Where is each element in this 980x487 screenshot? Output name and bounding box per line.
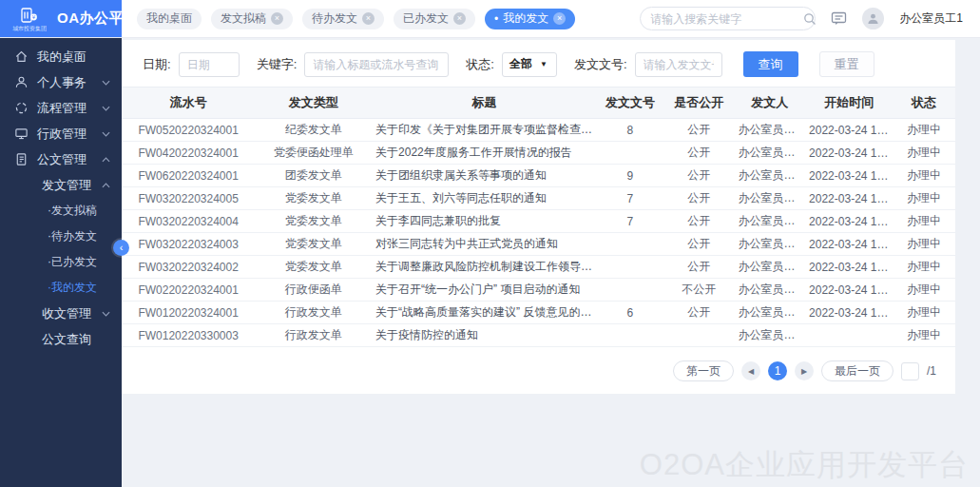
cell-sender: 办公室员工1 <box>735 142 806 165</box>
close-icon[interactable]: × <box>362 12 375 25</box>
sidebar-item-todo-dispatch[interactable]: ·待办发文 <box>0 224 122 249</box>
current-user-name[interactable]: 办公室员工1 <box>899 10 963 27</box>
cell-docno <box>597 324 663 347</box>
status-select[interactable]: 全部 ▼ <box>502 52 557 77</box>
col-header-status: 状态 <box>893 88 955 119</box>
cell-sender: 办公室员工1 <box>735 119 806 142</box>
table-row[interactable]: FW0520220324001 纪委发文单 关于印发《关于对集团开展专项监督检查… <box>122 119 955 142</box>
sidebar-item-my-dispatch-active[interactable]: ·我的发文 <box>0 275 122 301</box>
cell-title: 关于“战略高质量落实的建议” 反馈意见的报告 <box>372 302 597 324</box>
tab-label: 我的发文 <box>503 10 548 27</box>
app-title: OA办公平台 <box>57 10 139 28</box>
date-input[interactable] <box>179 52 240 77</box>
pagination: 第一页 ◀ 1 ▶ 最后一页 /1 <box>122 347 955 381</box>
table-row[interactable]: FW0320220324002 党委发文单 关于调整廉政风险防控机制建设工作领导… <box>122 256 955 279</box>
sidebar-item-admin-mgmt[interactable]: 行政管理 <box>0 121 122 146</box>
cell-public: 公开 <box>663 302 735 324</box>
search-icon[interactable] <box>803 12 817 26</box>
tab-my-desktop[interactable]: 我的桌面 <box>137 9 202 29</box>
message-icon[interactable] <box>831 11 847 26</box>
cell-status: 办理中 <box>893 279 955 302</box>
sidebar-item-document-mgmt[interactable]: 公文管理 <box>0 146 122 172</box>
cell-title: 关于王五、刘六等同志任职的通知 <box>372 187 597 210</box>
tab-label: 已办发文 <box>403 10 449 27</box>
tab-draft-dispatch[interactable]: 发文拟稿 × <box>211 9 293 29</box>
sidebar-item-my-desktop[interactable]: 我的桌面 <box>0 44 122 69</box>
sidebar-item-label: 流程管理 <box>37 100 86 117</box>
table-row[interactable]: FW0320220324005 党委发文单 关于王五、刘六等同志任职的通知 7 … <box>122 187 955 210</box>
cell-sender: 办公室员工1 <box>735 187 806 210</box>
cell-serial: FW0120220330003 <box>122 324 255 347</box>
table-row[interactable]: FW0220220324001 行政便函单 关于召开“统一办公门户” 项目启动的… <box>122 279 955 302</box>
cell-title: 关于李四同志兼职的批复 <box>372 210 597 233</box>
home-icon <box>14 49 29 64</box>
cell-time <box>805 324 893 347</box>
keyword-input[interactable] <box>304 52 449 77</box>
chevron-down-icon <box>102 311 110 317</box>
cell-title: 关于2022年度服务工作开展情况的报告 <box>372 142 597 165</box>
page-number-input[interactable] <box>901 362 919 380</box>
current-page-badge[interactable]: 1 <box>768 361 787 380</box>
cell-type: 党委发文单 <box>255 210 372 233</box>
prev-page-icon[interactable]: ◀ <box>741 361 760 380</box>
query-button[interactable]: 查询 <box>743 51 798 77</box>
cell-title: 关于调整廉政风险防控机制建设工作领导小组的通知 <box>372 256 597 279</box>
table-row[interactable]: FW0320220324003 党委发文单 对张三同志转为中共正式党员的通知 公… <box>122 233 955 256</box>
cell-sender: 办公室员工1 <box>735 210 806 233</box>
cell-serial: FW0620220324001 <box>122 165 255 187</box>
sidebar-item-draft-dispatch[interactable]: ·发文拟稿 <box>0 198 122 224</box>
cell-serial: FW0120220324001 <box>122 302 255 324</box>
sidebar-item-document-search[interactable]: 公文查询 <box>0 326 122 352</box>
chevron-up-icon <box>102 183 110 188</box>
cell-type: 行政发文单 <box>255 324 372 347</box>
close-icon[interactable]: × <box>553 12 566 25</box>
sidebar-item-dispatch-mgmt[interactable]: 发文管理 <box>0 172 122 198</box>
reset-button[interactable]: 重置 <box>819 51 874 77</box>
next-page-icon[interactable]: ▶ <box>795 361 814 380</box>
cell-status: 办理中 <box>893 302 955 324</box>
tab-my-dispatch-active[interactable]: • 我的发文 × <box>485 9 575 29</box>
docno-input[interactable] <box>635 52 722 77</box>
cell-status: 办理中 <box>893 165 955 187</box>
table-row[interactable]: FW0320220324004 党委发文单 关于李四同志兼职的批复 7 公开 办… <box>122 210 955 233</box>
cell-docno: 8 <box>597 119 663 142</box>
cell-time: 2022-03-24 15:31 <box>805 165 893 187</box>
user-avatar[interactable] <box>862 8 884 29</box>
close-icon[interactable]: × <box>271 12 283 25</box>
table-row[interactable]: FW0620220324001 团委发文单 关于团组织隶属关系等事项的通知 9 … <box>122 165 955 187</box>
cell-serial: FW0320220324005 <box>122 187 255 210</box>
global-search <box>640 7 816 30</box>
cell-type: 党委便函处理单 <box>255 142 372 165</box>
table-row[interactable]: FW0420220324001 党委便函处理单 关于2022年度服务工作开展情况… <box>122 142 955 165</box>
cell-public: 公开 <box>663 142 735 165</box>
cell-public: 公开 <box>663 233 735 256</box>
sidebar-item-receive-mgmt[interactable]: 收文管理 <box>0 301 122 326</box>
sidebar-item-label: 公文查询 <box>42 331 91 348</box>
cell-type: 党委发文单 <box>255 187 372 210</box>
sidebar-item-done-dispatch[interactable]: ·已办发文 <box>0 249 122 275</box>
tab-todo-dispatch[interactable]: 待办发文 × <box>302 9 384 29</box>
active-dot: • <box>494 13 498 25</box>
cell-serial: FW0320220324003 <box>122 233 255 256</box>
tab-done-dispatch[interactable]: 已办发文 × <box>394 9 475 29</box>
brand-logo[interactable]: ¥ 城市投资集团 OA办公平台 <box>0 0 122 37</box>
last-page-button[interactable]: 最后一页 <box>821 360 894 381</box>
sidebar-item-label: 发文管理 <box>42 177 91 194</box>
chevron-down-icon <box>102 131 110 137</box>
cell-sender: 办公室员工1 <box>735 256 806 279</box>
search-input[interactable] <box>650 12 797 26</box>
table-row[interactable]: FW0120220324001 行政发文单 关于“战略高质量落实的建议” 反馈意… <box>122 302 955 324</box>
keyword-label: 关键字: <box>257 56 298 73</box>
sidebar-item-personal-affairs[interactable]: 个人事务 <box>0 69 122 95</box>
sidebar-collapse-button[interactable]: ‹ <box>113 240 129 256</box>
process-icon <box>14 101 29 115</box>
first-page-button[interactable]: 第一页 <box>673 360 734 381</box>
cell-type: 纪委发文单 <box>255 119 372 142</box>
sidebar-item-label: ·待办发文 <box>48 228 97 244</box>
cell-public: 公开 <box>663 187 735 210</box>
sidebar-item-process-mgmt[interactable]: 流程管理 <box>0 95 122 121</box>
close-icon[interactable]: × <box>453 12 466 25</box>
table-row[interactable]: FW0120220330003 行政发文单 关于疫情防控的通知 办公室员工1 办… <box>122 324 955 347</box>
cell-sender: 办公室员工1 <box>735 302 806 324</box>
col-header-public: 是否公开 <box>663 88 735 119</box>
